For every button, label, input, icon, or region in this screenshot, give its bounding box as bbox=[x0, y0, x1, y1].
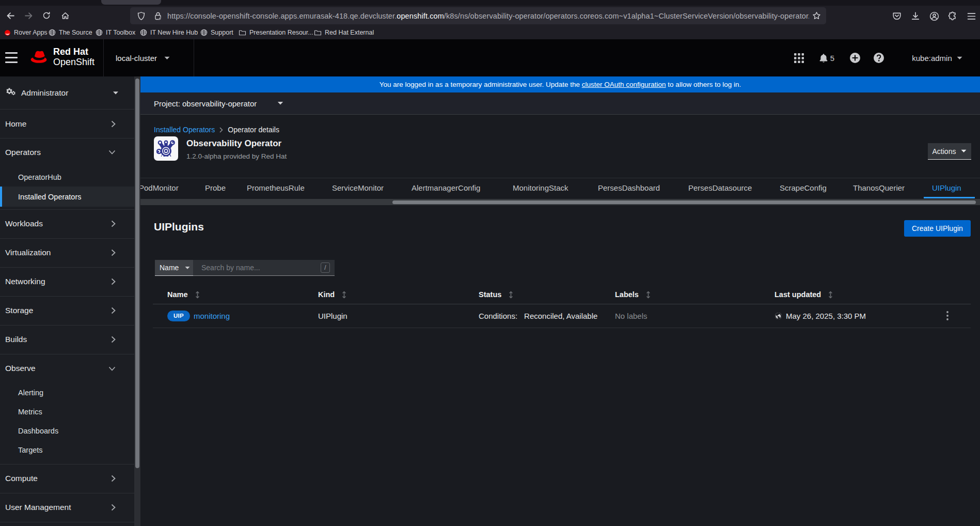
help-icon[interactable] bbox=[873, 39, 885, 76]
bookmark-it-new-hire-hub[interactable]: IT New Hire Hub bbox=[140, 26, 198, 39]
masthead: Red Hat OpenShift local-cluster 5 kube:a… bbox=[0, 39, 980, 76]
active-tab-indicator bbox=[924, 197, 975, 198]
column-header-labels[interactable]: Labels bbox=[615, 285, 651, 304]
chevron-right-icon bbox=[111, 120, 116, 128]
caret-down-icon bbox=[113, 91, 119, 95]
downloads-icon[interactable] bbox=[908, 8, 923, 24]
sort-icon[interactable] bbox=[195, 291, 200, 299]
tab-thanosquerier[interactable]: ThanosQuerier bbox=[853, 178, 905, 197]
tab-scrapeconfig[interactable]: ScrapeConfig bbox=[780, 178, 827, 197]
tab-monitoringstack[interactable]: MonitoringStack bbox=[513, 178, 568, 197]
bookmark-star-icon[interactable] bbox=[812, 11, 821, 20]
resource-tabs: PodMonitor Probe PrometheusRule ServiceM… bbox=[140, 178, 980, 198]
bookmark-presentation-resources[interactable]: Presentation Resour... bbox=[239, 26, 313, 39]
actions-dropdown[interactable]: Actions bbox=[928, 143, 971, 160]
bookmarks-bar: Rover Apps The Source IT Toolbox IT New … bbox=[0, 26, 980, 39]
sidebar-item-home[interactable]: Home bbox=[0, 110, 134, 138]
sort-icon[interactable] bbox=[342, 291, 346, 299]
cluster-selector[interactable]: local-cluster bbox=[116, 39, 170, 76]
sidebar-item-observe[interactable]: Observe bbox=[0, 354, 134, 383]
create-uiplugin-button[interactable]: Create UIPlugin bbox=[904, 220, 971, 237]
sidebar-item-alerting[interactable]: Alerting bbox=[0, 383, 134, 402]
table-row-labels-cell: No labels bbox=[615, 304, 647, 328]
app-launcher-icon[interactable] bbox=[792, 39, 805, 76]
observability-operator-icon bbox=[156, 139, 176, 158]
row-kebab-menu[interactable] bbox=[941, 304, 954, 328]
chevron-down-icon bbox=[108, 150, 116, 154]
kebab-icon bbox=[946, 311, 949, 320]
sidebar-item-networking[interactable]: Networking bbox=[0, 267, 134, 296]
url-bar[interactable]: https://console-openshift-console.apps.e… bbox=[130, 7, 826, 24]
tracking-shield-icon[interactable] bbox=[137, 11, 146, 21]
search-input[interactable] bbox=[201, 264, 321, 272]
tab-uiplugin[interactable]: UIPlugin bbox=[932, 178, 961, 197]
user-menu[interactable]: kube:admin bbox=[909, 39, 966, 76]
globe-icon bbox=[140, 29, 147, 36]
column-header-kind[interactable]: Kind bbox=[318, 285, 346, 304]
sidebar-item-installed-operators[interactable]: Installed Operators bbox=[0, 187, 134, 207]
column-header-name[interactable]: Name bbox=[167, 285, 200, 304]
sidebar-item-virtualization[interactable]: Virtualization bbox=[0, 238, 134, 267]
project-selector[interactable]: Project: observability-operator bbox=[140, 92, 980, 115]
sort-icon[interactable] bbox=[646, 291, 651, 299]
sidebar-item-operatorhub[interactable]: OperatorHub bbox=[0, 167, 134, 187]
bookmark-the-source[interactable]: The Source bbox=[49, 26, 92, 39]
tab-servicemonitor[interactable]: ServiceMonitor bbox=[332, 178, 384, 197]
chevron-right-icon bbox=[111, 249, 116, 256]
sidebar-item-metrics[interactable]: Metrics bbox=[0, 402, 134, 421]
back-icon[interactable] bbox=[3, 8, 18, 23]
sort-icon[interactable] bbox=[828, 291, 833, 299]
sidebar-item-builds[interactable]: Builds bbox=[0, 325, 134, 354]
bookmark-support[interactable]: Support bbox=[200, 26, 233, 39]
tab-probe[interactable]: Probe bbox=[205, 178, 226, 197]
sidebar-scrollbar-thumb[interactable] bbox=[135, 79, 139, 468]
breadcrumb: Installed Operators Operator details bbox=[154, 126, 279, 134]
reload-icon[interactable] bbox=[39, 8, 54, 23]
tab-prometheusrule[interactable]: PrometheusRule bbox=[247, 178, 305, 197]
project-selector-label: Project: observability-operator bbox=[154, 99, 257, 108]
column-header-status[interactable]: Status bbox=[479, 285, 513, 304]
sidebar-item-operators[interactable]: Operators bbox=[0, 138, 134, 166]
forward-icon[interactable] bbox=[21, 8, 36, 23]
cluster-selector-label: local-cluster bbox=[116, 54, 157, 63]
oauth-config-link[interactable]: cluster OAuth configuration bbox=[582, 81, 666, 88]
column-header-last-updated[interactable]: Last updated bbox=[774, 285, 833, 304]
operator-logo bbox=[154, 136, 178, 161]
import-plus-icon[interactable] bbox=[849, 39, 861, 76]
nav-toggle-icon[interactable] bbox=[5, 52, 18, 63]
lock-warning-icon[interactable] bbox=[153, 11, 163, 21]
sort-icon[interactable] bbox=[509, 291, 513, 299]
perspective-switcher[interactable]: Administrator bbox=[0, 76, 134, 110]
tab-persesdashboard[interactable]: PersesDashboard bbox=[598, 178, 660, 197]
browser-active-tab[interactable] bbox=[101, 0, 161, 5]
tab-podmonitor[interactable]: PodMonitor bbox=[140, 178, 179, 197]
bookmark-it-toolbox[interactable]: IT Toolbox bbox=[96, 26, 135, 39]
menu-icon[interactable] bbox=[963, 8, 979, 24]
table-row-name-cell: UIP monitoring bbox=[167, 304, 230, 328]
home-icon[interactable] bbox=[58, 8, 72, 23]
sidebar-item-user-management[interactable]: User Management bbox=[0, 493, 134, 522]
sidebar-item-dashboards[interactable]: Dashboards bbox=[0, 421, 134, 440]
breadcrumb-chevron-icon bbox=[219, 127, 223, 133]
tab-persesdatasource[interactable]: PersesDatasource bbox=[688, 178, 752, 197]
chevron-right-icon bbox=[111, 504, 116, 511]
pocket-icon[interactable] bbox=[889, 8, 905, 24]
sidebar-item-targets[interactable]: Targets bbox=[0, 440, 134, 459]
account-icon[interactable] bbox=[926, 8, 942, 24]
notification-count: 5 bbox=[828, 39, 837, 76]
page-title: UIPlugins bbox=[154, 221, 204, 233]
sidebar-item-compute[interactable]: Compute bbox=[0, 464, 134, 493]
sidebar-item-storage[interactable]: Storage bbox=[0, 296, 134, 325]
tab-alertmanagerconfig[interactable]: AlertmanagerConfig bbox=[412, 178, 480, 197]
sidebar-item-workloads[interactable]: Workloads bbox=[0, 209, 134, 238]
brand-logo: Red Hat OpenShift bbox=[30, 47, 94, 67]
bookmark-rover-apps[interactable]: Rover Apps bbox=[4, 26, 48, 39]
filter-attribute-dropdown[interactable]: Name bbox=[155, 260, 193, 276]
table-row-status-cell: Conditions: Reconciled, Available bbox=[479, 304, 597, 328]
uiplugin-name-link[interactable]: monitoring bbox=[194, 312, 230, 320]
tabs-scrollbar-thumb[interactable] bbox=[392, 200, 976, 204]
extensions-icon[interactable] bbox=[945, 8, 960, 24]
bookmark-red-hat-external[interactable]: Red Hat External bbox=[314, 26, 374, 39]
breadcrumb-installed-operators[interactable]: Installed Operators bbox=[154, 126, 215, 134]
browser-toolbar: https://console-openshift-console.apps.e… bbox=[0, 6, 980, 26]
